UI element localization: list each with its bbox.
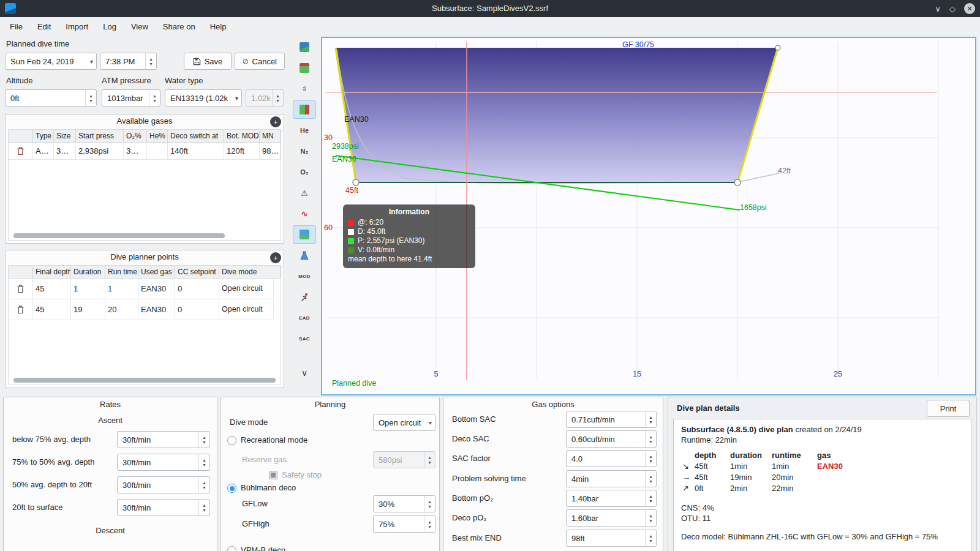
col-header-used-gas[interactable]: Used gas — [138, 266, 175, 279]
point-depth-cell[interactable]: 45 — [33, 299, 71, 320]
spinner-arrows-icon[interactable] — [645, 411, 656, 427]
spinner-arrows-icon[interactable] — [85, 90, 96, 106]
altitude-spinner[interactable]: 0ft — [5, 89, 97, 107]
spinner-arrows-icon[interactable] — [198, 454, 209, 470]
spinner-arrows-icon[interactable] — [645, 530, 656, 546]
col-header-he[interactable]: He% — [147, 130, 168, 143]
col-header-o2[interactable]: O₂% — [124, 130, 147, 143]
spinner-arrows-icon[interactable] — [145, 53, 156, 69]
dive-date-select[interactable]: Sun Feb 24, 2019 — [5, 53, 97, 70]
dive-mode-select[interactable]: Open circuit — [373, 414, 435, 431]
sac-factor-spinner[interactable]: 4.0 — [566, 450, 657, 467]
deco-po2-spinner[interactable]: 1.60bar — [566, 509, 657, 527]
bottom-po2-spinner[interactable]: 1.40bar — [566, 490, 657, 507]
rate-spinner-3[interactable]: 30ft/min — [117, 476, 210, 493]
point-duration-cell[interactable]: 1 — [71, 279, 105, 299]
menu-help[interactable]: Help — [203, 19, 234, 34]
col-header-run-time[interactable]: Run time — [105, 266, 138, 279]
col-header-deco-switch[interactable]: Deco switch at — [168, 130, 224, 143]
minimize-button[interactable]: ∨ — [935, 5, 941, 13]
col-header-start-press[interactable]: Start press — [76, 130, 124, 143]
toolbar-more-icon[interactable]: ∨ — [293, 364, 316, 382]
edit-handles-icon[interactable]: ⇳ — [293, 80, 316, 98]
point-duration-cell[interactable]: 19 — [71, 299, 105, 320]
buhlmann-deco-radio[interactable] — [227, 484, 236, 493]
print-button[interactable]: Print — [927, 400, 970, 417]
point-setpoint-cell[interactable]: 0 — [175, 279, 219, 299]
deco-sac-spinner[interactable]: 0.60cuft/min — [566, 430, 657, 448]
cylinder-he-cell[interactable] — [147, 143, 168, 160]
menu-share-on[interactable]: Share on — [156, 19, 203, 34]
menu-file[interactable]: File — [2, 19, 30, 34]
col-header-size[interactable]: Size — [54, 130, 76, 143]
point-mode-cell[interactable]: Open circuit — [219, 299, 274, 320]
col-header-bot-mod[interactable]: Bot. MOD — [224, 130, 260, 143]
maximize-button[interactable]: ◇ — [949, 5, 956, 13]
col-header-type[interactable]: Type — [33, 130, 54, 143]
phe-graph-icon[interactable]: He — [293, 121, 316, 140]
dive-time-spinner[interactable]: 7:38 PM — [100, 53, 157, 70]
delete-point-icon[interactable] — [9, 299, 33, 320]
dive-profile-chart[interactable]: GF 30/75 EAN30 2938psi EAN30 45ft 42ft 1… — [321, 37, 976, 395]
cylinder-o2-cell[interactable]: 3… — [124, 143, 147, 160]
spinner-arrows-icon[interactable] — [198, 432, 209, 448]
cylinder-deco-switch-cell[interactable]: 140ft — [168, 143, 224, 160]
point-mode-cell[interactable]: Open circuit — [219, 279, 274, 299]
cylinder-mnd-cell[interactable]: 98… — [260, 143, 281, 160]
spinner-arrows-icon[interactable] — [149, 90, 160, 106]
mnd-warning-icon[interactable]: ⚠ — [293, 184, 316, 202]
rate-spinner-4[interactable]: 30ft/min — [117, 499, 210, 516]
save-button[interactable]: Save — [184, 53, 232, 70]
point-gas-cell[interactable]: EAN30 — [138, 299, 175, 320]
ceiling-toggle-icon[interactable] — [293, 100, 316, 119]
dive-profile-icon[interactable] — [293, 38, 316, 56]
menu-import[interactable]: Import — [58, 19, 96, 34]
mod-toggle-icon[interactable]: MOD — [293, 267, 316, 285]
gases-hscrollbar[interactable] — [13, 233, 225, 238]
spinner-arrows-icon[interactable] — [645, 471, 656, 487]
cylinder-type-cell[interactable]: A… — [33, 143, 54, 160]
rate-spinner-1[interactable]: 30ft/min — [117, 431, 210, 448]
po2-graph-icon[interactable]: O₂ — [293, 163, 316, 181]
add-point-button[interactable] — [270, 252, 281, 263]
close-button[interactable]: ✕ — [964, 3, 975, 14]
po2-threshold-icon[interactable] — [293, 59, 316, 77]
point-depth-cell[interactable]: 45 — [33, 279, 71, 299]
point-runtime-cell[interactable]: 1 — [105, 279, 138, 299]
col-header-dive-mode[interactable]: Dive mode — [219, 266, 281, 279]
ead-toggle-icon[interactable]: EAD — [293, 309, 316, 327]
water-type-select[interactable]: EN13319 (1.02k — [165, 89, 242, 107]
menu-edit[interactable]: Edit — [30, 19, 58, 34]
sac-toggle-icon[interactable]: SAC — [293, 329, 316, 348]
gfhigh-spinner[interactable]: 75% — [373, 515, 435, 533]
sac-runner-icon[interactable] — [293, 288, 316, 306]
spinner-arrows-icon[interactable] — [645, 490, 656, 506]
bottom-sac-spinner[interactable]: 0.71cuft/min — [566, 411, 657, 428]
col-header-final-depth[interactable]: Final depth — [33, 266, 71, 279]
cylinder-start-press-cell[interactable]: 2,938psi — [76, 143, 124, 160]
add-cylinder-button[interactable] — [270, 116, 281, 127]
point-runtime-cell[interactable]: 20 — [105, 299, 138, 320]
col-header-mnd[interactable]: MN — [260, 130, 281, 143]
cylinder-bot-mod-cell[interactable]: 120ft — [224, 143, 260, 160]
gas-density-icon[interactable] — [293, 246, 316, 264]
spinner-arrows-icon[interactable] — [645, 510, 656, 526]
recreational-mode-radio[interactable] — [227, 436, 236, 445]
best-mix-end-spinner[interactable]: 98ft — [566, 530, 657, 547]
problem-solving-time-spinner[interactable]: 4min — [566, 470, 657, 487]
cylinder-size-cell[interactable]: 3… — [54, 143, 76, 160]
delete-point-icon[interactable] — [9, 279, 33, 299]
menu-view[interactable]: View — [124, 19, 156, 34]
spinner-arrows-icon[interactable] — [198, 477, 209, 493]
spinner-arrows-icon[interactable] — [645, 451, 656, 467]
rate-spinner-2[interactable]: 30ft/min — [117, 454, 210, 471]
gflow-spinner[interactable]: 30% — [373, 495, 435, 512]
atm-pressure-spinner[interactable]: 1013mbar — [102, 89, 160, 107]
menu-log[interactable]: Log — [96, 19, 124, 34]
spinner-arrows-icon[interactable] — [424, 516, 435, 532]
pn2-graph-icon[interactable]: N₂ — [293, 142, 316, 160]
heart-rate-icon[interactable]: ∿ — [293, 204, 316, 223]
vpmb-deco-radio[interactable] — [227, 546, 236, 551]
photos-toggle-icon[interactable] — [293, 225, 316, 244]
spinner-arrows-icon[interactable] — [198, 500, 209, 515]
